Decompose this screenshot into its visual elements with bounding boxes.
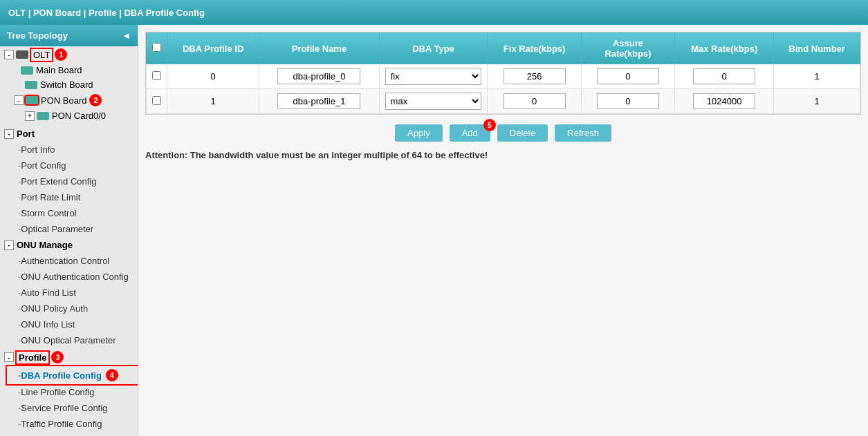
- profile-section[interactable]: - Profile 3: [0, 348, 138, 366]
- row-dba-type-cell: fixmaxassuredassured+maxsr: [379, 89, 488, 114]
- row-bind-number: 1: [774, 89, 860, 114]
- pon-board-icon: [26, 96, 38, 104]
- col-assure-rate: AssureRate(kbps): [581, 33, 674, 64]
- col-profile-name: Profile Name: [259, 33, 379, 64]
- profile-nav: DBA Profile Config 4 Line Profile Config…: [7, 366, 138, 436]
- tree-node-olt[interactable]: - OLT 1: [0, 46, 138, 63]
- col-max-rate: Max Rate(kbps): [675, 33, 774, 64]
- row-max-rate-cell: [675, 64, 774, 89]
- tree-toggle-pon-card[interactable]: +: [25, 111, 35, 121]
- tree-node-pon-board[interactable]: - PON Board 2: [0, 92, 138, 108]
- breadcrumb: OLT | PON Board | Profile | DBA Profile …: [0, 0, 868, 25]
- nav-port-extend-config[interactable]: Port Extend Config: [7, 173, 138, 189]
- profile-toggle[interactable]: -: [4, 352, 14, 362]
- row-dba-type-select[interactable]: fixmaxassuredassured+maxsr: [385, 68, 482, 85]
- sidebar-collapse-arrow[interactable]: ◄: [122, 30, 131, 41]
- col-dba-type: DBA Type: [379, 33, 488, 64]
- dba-profile-table: DBA Profile ID Profile Name DBA Type Fix…: [146, 32, 860, 114]
- port-section-label: Port: [17, 129, 35, 139]
- nav-onu-optical-param[interactable]: ONU Optical Parameter: [7, 332, 138, 348]
- onu-manage-toggle[interactable]: -: [4, 240, 14, 250]
- select-all-checkbox[interactable]: [152, 43, 161, 52]
- switch-board-icon: [25, 81, 37, 89]
- row-assure-rate-cell: [581, 64, 674, 89]
- table-row: 0fixmaxassuredassured+maxsr1: [147, 64, 860, 89]
- col-fix-rate: Fix Rate(kbps): [488, 33, 581, 64]
- port-toggle[interactable]: -: [4, 129, 14, 139]
- nav-port-rate-limit[interactable]: Port Rate Limit: [7, 189, 138, 205]
- col-bind-number: Bind Number: [774, 33, 860, 64]
- onu-manage-section[interactable]: - ONU Manage: [0, 237, 138, 253]
- port-section[interactable]: - Port: [0, 126, 138, 142]
- add-button-wrapper: Add 5: [450, 124, 490, 142]
- attention-label: Attention:: [145, 150, 187, 160]
- attention-detail: The bandwidth value must be an integer m…: [190, 150, 488, 160]
- olt-label: OLT: [31, 49, 52, 61]
- switch-board-label: Switch Board: [40, 79, 93, 90]
- sidebar: Tree Topology ◄ - OLT 1 Main Board Switc…: [0, 25, 138, 436]
- row-max-rate-input[interactable]: [693, 93, 755, 109]
- onu-manage-label: ONU Manage: [17, 240, 73, 250]
- nav-dba-profile-config[interactable]: DBA Profile Config 4: [7, 366, 138, 384]
- dba-profile-config-badge: 4: [106, 369, 118, 381]
- breadcrumb-text: OLT | PON Board | Profile | DBA Profile …: [8, 8, 205, 18]
- nav-traffic-profile-config[interactable]: Traffic Profile Config: [7, 416, 138, 432]
- sidebar-title-text: Tree Topology: [7, 30, 68, 41]
- nav-onu-auth-config[interactable]: ONU Authentication Config: [7, 269, 138, 285]
- row-id: 1: [167, 89, 259, 114]
- nav-auto-find-list[interactable]: Auto Find List: [7, 285, 138, 301]
- tree-node-switch-board[interactable]: Switch Board: [0, 77, 138, 92]
- row-assure-rate-cell: [581, 89, 674, 114]
- nav-line-profile-config[interactable]: Line Profile Config: [7, 384, 138, 400]
- content-area: DBA Profile ID Profile Name DBA Type Fix…: [138, 25, 868, 436]
- nav-service-profile-config[interactable]: Service Profile Config: [7, 400, 138, 416]
- attention-message: Attention: The bandwidth value must be a…: [145, 147, 861, 163]
- row-bind-number: 1: [774, 64, 860, 89]
- nav-port-config[interactable]: Port Config: [7, 158, 138, 173]
- port-nav: Port Info Port Config Port Extend Config…: [7, 142, 138, 237]
- row-assure-rate-input[interactable]: [597, 68, 659, 84]
- row-checkbox[interactable]: [152, 71, 161, 80]
- row-profile-name-input[interactable]: [277, 68, 360, 84]
- apply-button[interactable]: Apply: [395, 124, 443, 142]
- profile-badge: 3: [51, 351, 64, 363]
- profile-section-label: Profile: [17, 352, 48, 363]
- nav-storm-control[interactable]: Storm Control: [7, 205, 138, 221]
- row-max-rate-cell: [675, 89, 774, 114]
- tree-node-main-board[interactable]: Main Board: [0, 63, 138, 77]
- refresh-button[interactable]: Refresh: [555, 124, 611, 142]
- table-row: 1fixmaxassuredassured+maxsr1: [147, 89, 860, 114]
- row-checkbox[interactable]: [152, 96, 161, 105]
- row-fix-rate-input[interactable]: [504, 68, 566, 84]
- sidebar-title: Tree Topology ◄: [0, 25, 138, 46]
- nav-port-info[interactable]: Port Info: [7, 142, 138, 158]
- add-button-badge: 5: [483, 119, 496, 131]
- row-fix-rate-input[interactable]: [504, 93, 566, 109]
- tree-toggle-pon[interactable]: -: [14, 95, 24, 105]
- row-checkbox-cell: [147, 89, 167, 114]
- nav-optical-param[interactable]: Optical Parameter: [7, 221, 138, 237]
- pon-card-label: PON Card0/0: [52, 111, 106, 121]
- row-assure-rate-input[interactable]: [597, 93, 659, 109]
- nav-onu-policy-auth[interactable]: ONU Policy Auth: [7, 301, 138, 316]
- pon-board-label: PON Board: [41, 95, 86, 106]
- row-max-rate-input[interactable]: [693, 68, 755, 84]
- nav-onu-igmp-profile[interactable]: ONU IGMP Profile: [7, 432, 138, 436]
- row-profile-name-cell: [259, 89, 379, 114]
- row-id: 0: [167, 64, 259, 89]
- main-board-label: Main Board: [36, 65, 82, 75]
- row-profile-name-cell: [259, 64, 379, 89]
- nav-onu-info-list[interactable]: ONU Info List: [7, 316, 138, 332]
- olt-icon: [16, 50, 28, 59]
- row-dba-type-select[interactable]: fixmaxassuredassured+maxsr: [385, 93, 482, 110]
- delete-button[interactable]: Delete: [497, 124, 548, 142]
- tree-toggle-olt[interactable]: -: [4, 50, 14, 59]
- pon-card-icon: [37, 112, 49, 120]
- row-fix-rate-cell: [488, 64, 581, 89]
- tree-node-pon-card[interactable]: + PON Card0/0: [0, 108, 138, 123]
- col-dba-profile-id: DBA Profile ID: [167, 33, 259, 64]
- main-board-icon: [21, 66, 33, 75]
- nav-auth-control[interactable]: Authentication Control: [7, 253, 138, 269]
- row-checkbox-cell: [147, 64, 167, 89]
- row-profile-name-input[interactable]: [277, 93, 360, 109]
